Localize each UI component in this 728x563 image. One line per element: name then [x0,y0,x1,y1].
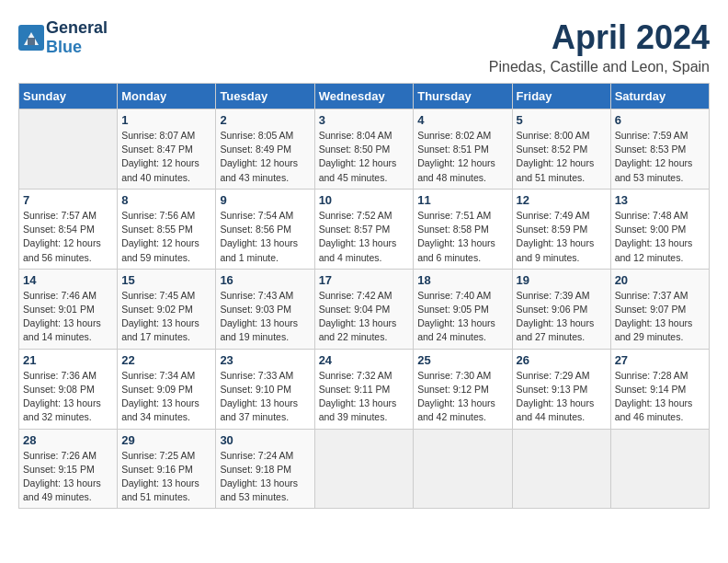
day-number: 14 [23,273,113,287]
day-info: Sunrise: 7:56 AM Sunset: 8:55 PM Dayligh… [121,209,211,265]
day-number: 16 [220,273,310,287]
calendar-cell: 10Sunrise: 7:52 AM Sunset: 8:57 PM Dayli… [314,189,414,269]
day-info: Sunrise: 8:02 AM Sunset: 8:51 PM Dayligh… [417,129,507,185]
calendar-cell: 1Sunrise: 8:07 AM Sunset: 8:47 PM Daylig… [118,109,216,190]
calendar-table: SundayMondayTuesdayWednesdayThursdayFrid… [18,83,710,509]
calendar-cell: 12Sunrise: 7:49 AM Sunset: 8:59 PM Dayli… [512,189,610,269]
day-info: Sunrise: 7:51 AM Sunset: 8:58 PM Dayligh… [417,209,507,265]
day-info: Sunrise: 8:05 AM Sunset: 8:49 PM Dayligh… [220,129,310,185]
day-info: Sunrise: 7:33 AM Sunset: 9:10 PM Dayligh… [220,369,310,425]
calendar-cell: 11Sunrise: 7:51 AM Sunset: 8:58 PM Dayli… [414,189,512,269]
day-number: 4 [417,113,507,127]
calendar-header: SundayMondayTuesdayWednesdayThursdayFrid… [19,84,710,109]
day-number: 2 [220,113,310,127]
calendar-day-header: Tuesday [216,84,314,109]
logo-blue-text: Blue [46,38,82,56]
calendar-cell: 25Sunrise: 7:30 AM Sunset: 9:12 PM Dayli… [414,349,512,429]
day-number: 1 [121,113,211,127]
day-number: 22 [121,353,211,367]
calendar-cell: 29Sunrise: 7:25 AM Sunset: 9:16 PM Dayli… [118,429,216,509]
calendar-cell: 14Sunrise: 7:46 AM Sunset: 9:01 PM Dayli… [19,269,118,349]
calendar-cell: 7Sunrise: 7:57 AM Sunset: 8:54 PM Daylig… [19,189,118,269]
day-number: 7 [23,193,113,207]
day-number: 26 [517,353,607,367]
day-info: Sunrise: 7:48 AM Sunset: 9:00 PM Dayligh… [615,209,705,265]
day-info: Sunrise: 7:25 AM Sunset: 9:16 PM Dayligh… [121,449,211,505]
calendar-cell [610,429,709,509]
day-info: Sunrise: 7:32 AM Sunset: 9:11 PM Dayligh… [319,369,410,425]
calendar-cell: 3Sunrise: 8:04 AM Sunset: 8:50 PM Daylig… [314,109,414,190]
day-info: Sunrise: 7:45 AM Sunset: 9:02 PM Dayligh… [121,289,211,345]
calendar-week-row: 28Sunrise: 7:26 AM Sunset: 9:15 PM Dayli… [19,429,710,509]
day-info: Sunrise: 8:04 AM Sunset: 8:50 PM Dayligh… [319,129,410,185]
day-number: 6 [615,113,705,127]
calendar-cell: 19Sunrise: 7:39 AM Sunset: 9:06 PM Dayli… [512,269,610,349]
calendar-week-row: 21Sunrise: 7:36 AM Sunset: 9:08 PM Dayli… [19,349,710,429]
calendar-cell: 22Sunrise: 7:34 AM Sunset: 9:09 PM Dayli… [118,349,216,429]
day-info: Sunrise: 7:49 AM Sunset: 8:59 PM Dayligh… [517,209,607,265]
calendar-week-row: 14Sunrise: 7:46 AM Sunset: 9:01 PM Dayli… [19,269,710,349]
day-info: Sunrise: 7:26 AM Sunset: 9:15 PM Dayligh… [23,449,113,505]
calendar-day-header: Friday [512,84,610,109]
day-info: Sunrise: 7:39 AM Sunset: 9:06 PM Dayligh… [517,289,607,345]
day-info: Sunrise: 7:28 AM Sunset: 9:14 PM Dayligh… [615,369,705,425]
calendar-cell [512,429,610,509]
page-header: General Blue April 2024 Pinedas, Castill… [18,18,710,75]
calendar-cell: 23Sunrise: 7:33 AM Sunset: 9:10 PM Dayli… [216,349,314,429]
calendar-cell: 17Sunrise: 7:42 AM Sunset: 9:04 PM Dayli… [314,269,414,349]
calendar-cell: 5Sunrise: 8:00 AM Sunset: 8:52 PM Daylig… [512,109,610,190]
day-info: Sunrise: 7:59 AM Sunset: 8:53 PM Dayligh… [615,129,705,185]
calendar-cell: 13Sunrise: 7:48 AM Sunset: 9:00 PM Dayli… [610,189,709,269]
calendar-day-header: Sunday [19,84,118,109]
day-info: Sunrise: 7:36 AM Sunset: 9:08 PM Dayligh… [23,369,113,425]
calendar-header-row: SundayMondayTuesdayWednesdayThursdayFrid… [19,84,710,109]
calendar-cell: 18Sunrise: 7:40 AM Sunset: 9:05 PM Dayli… [414,269,512,349]
day-number: 17 [319,273,410,287]
day-number: 29 [121,433,211,447]
calendar-cell: 20Sunrise: 7:37 AM Sunset: 9:07 PM Dayli… [610,269,709,349]
day-info: Sunrise: 7:24 AM Sunset: 9:18 PM Dayligh… [220,449,310,505]
day-info: Sunrise: 8:00 AM Sunset: 8:52 PM Dayligh… [517,129,607,185]
day-info: Sunrise: 7:52 AM Sunset: 8:57 PM Dayligh… [319,209,410,265]
day-number: 27 [615,353,705,367]
calendar-cell: 15Sunrise: 7:45 AM Sunset: 9:02 PM Dayli… [118,269,216,349]
title-block: April 2024 Pinedas, Castille and Leon, S… [489,18,710,75]
day-number: 11 [417,193,507,207]
day-info: Sunrise: 7:34 AM Sunset: 9:09 PM Dayligh… [121,369,211,425]
day-number: 24 [319,353,410,367]
day-info: Sunrise: 7:57 AM Sunset: 8:54 PM Dayligh… [23,209,113,265]
day-info: Sunrise: 7:54 AM Sunset: 8:56 PM Dayligh… [220,209,310,265]
calendar-cell [314,429,414,509]
calendar-cell: 2Sunrise: 8:05 AM Sunset: 8:49 PM Daylig… [216,109,314,190]
calendar-cell: 21Sunrise: 7:36 AM Sunset: 9:08 PM Dayli… [19,349,118,429]
day-number: 23 [220,353,310,367]
calendar-cell: 8Sunrise: 7:56 AM Sunset: 8:55 PM Daylig… [118,189,216,269]
calendar-cell: 27Sunrise: 7:28 AM Sunset: 9:14 PM Dayli… [610,349,709,429]
calendar-cell: 4Sunrise: 8:02 AM Sunset: 8:51 PM Daylig… [414,109,512,190]
logo-icon [18,25,44,51]
day-info: Sunrise: 7:46 AM Sunset: 9:01 PM Dayligh… [23,289,113,345]
calendar-day-header: Monday [118,84,216,109]
calendar-week-row: 7Sunrise: 7:57 AM Sunset: 8:54 PM Daylig… [19,189,710,269]
day-number: 21 [23,353,113,367]
day-number: 12 [517,193,607,207]
calendar-cell: 30Sunrise: 7:24 AM Sunset: 9:18 PM Dayli… [216,429,314,509]
day-number: 19 [517,273,607,287]
page-subtitle: Pinedas, Castille and Leon, Spain [489,59,710,75]
day-number: 9 [220,193,310,207]
calendar-cell [19,109,118,190]
day-info: Sunrise: 7:42 AM Sunset: 9:04 PM Dayligh… [319,289,410,345]
day-number: 20 [615,273,705,287]
calendar-cell: 6Sunrise: 7:59 AM Sunset: 8:53 PM Daylig… [610,109,709,190]
calendar-body: 1Sunrise: 8:07 AM Sunset: 8:47 PM Daylig… [19,109,710,509]
calendar-day-header: Thursday [414,84,512,109]
day-info: Sunrise: 7:37 AM Sunset: 9:07 PM Dayligh… [615,289,705,345]
page-title: April 2024 [489,18,710,57]
calendar-cell: 16Sunrise: 7:43 AM Sunset: 9:03 PM Dayli… [216,269,314,349]
calendar-day-header: Saturday [610,84,709,109]
day-number: 15 [121,273,211,287]
calendar-week-row: 1Sunrise: 8:07 AM Sunset: 8:47 PM Daylig… [19,109,710,190]
calendar-cell: 24Sunrise: 7:32 AM Sunset: 9:11 PM Dayli… [314,349,414,429]
calendar-cell: 28Sunrise: 7:26 AM Sunset: 9:15 PM Dayli… [19,429,118,509]
logo: General Blue [18,18,108,57]
